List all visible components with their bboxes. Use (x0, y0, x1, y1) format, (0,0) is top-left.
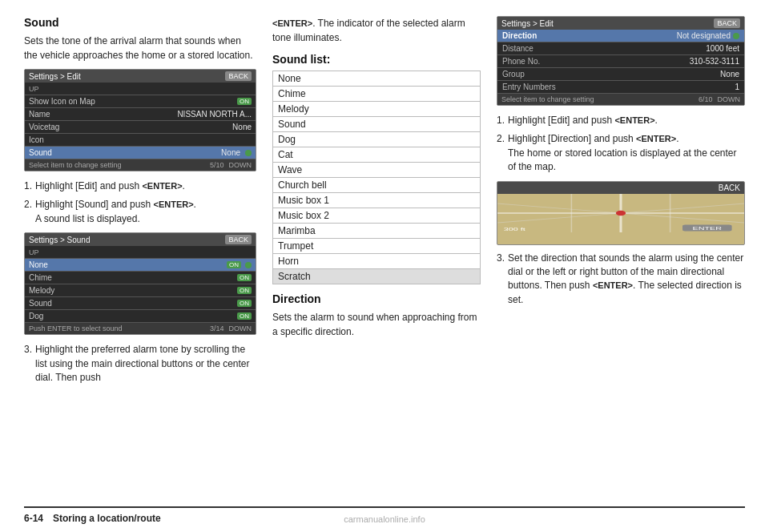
step1-num: 1. (24, 179, 32, 193)
sound-list-item: Chime (273, 87, 481, 102)
sound-list-item: Music box 1 (273, 193, 481, 208)
edit-row0-val: Not designated (677, 31, 731, 40)
edit-screen-down: DOWN (718, 95, 741, 103)
s2-row2-badge: ON (237, 287, 252, 294)
screen1-row-0: Show Icon on Map ON (25, 95, 256, 108)
right-step1-num: 1. (497, 114, 505, 127)
main-content: Sound Sets the tone of the arrival alarm… (24, 16, 745, 503)
step2-num: 2. (24, 198, 32, 226)
enter-continuation: <ENTER>. The indicator of the selected a… (272, 16, 481, 45)
edit-row-0: Direction Not designated (497, 30, 744, 42)
sound-body: Sets the tone of the arrival alarm that … (24, 34, 256, 62)
s2-row4-label: Dog (29, 312, 43, 320)
s2-row0-dot (245, 262, 252, 268)
screen2-up-label: UP (29, 248, 39, 256)
sound-list-title: Sound list: (272, 53, 481, 66)
screen1-row-4: Sound None (25, 147, 256, 159)
edit-row4-val: 1 (735, 83, 739, 91)
row0-badge: ON (237, 98, 252, 105)
sound-list-item: Horn (273, 254, 481, 269)
sound-list-item: Marimba (273, 224, 481, 239)
edit-row1-val: 1000 feet (706, 44, 739, 53)
row4-label: Sound (29, 148, 52, 157)
right-step-3: 3. Set the direction that sounds the ala… (497, 252, 745, 308)
edit-screen-right: Settings > Edit BACK Direction Not desig… (497, 16, 745, 106)
sound-list-item: Wave (273, 163, 481, 178)
screen1-page: 5/10 (210, 161, 224, 169)
screen2-down: DOWN (229, 324, 252, 332)
edit-screen-footer: Select item to change setting 6/10 DOWN (497, 94, 744, 105)
map-back-btn[interactable]: BACK (719, 183, 740, 192)
screen1-row-2: Voicetag None (25, 121, 256, 134)
row1-val: NISSAN NORTH A... (177, 110, 252, 119)
edit-row0-dot (733, 33, 739, 39)
screen2-up-row: UP (25, 246, 256, 259)
right-step-1: 1. Highlight [Edit] and push <ENTER>. (497, 114, 745, 127)
row4-val: None (221, 148, 240, 157)
steps-1-2: 1. Highlight [Edit] and push <ENTER>. 2.… (24, 179, 256, 226)
right-step3-num: 3. (497, 252, 505, 308)
screen2-footer: Push ENTER to select sound 3/14 DOWN (25, 323, 256, 334)
map-screen: BACK (497, 181, 745, 245)
edit-screen-hint: Select item to change setting (501, 95, 594, 103)
s2-row3-badge: ON (237, 300, 252, 307)
s2-row0-label: None (29, 260, 48, 269)
step2-text: Highlight [Sound] and push <ENTER>.A sou… (35, 198, 196, 226)
sound-list-item: Scratch (273, 269, 481, 284)
edit-row2-val: 310-532-3111 (690, 57, 739, 66)
edit-row0-label: Direction (502, 31, 537, 40)
sound-list-item: Melody (273, 102, 481, 117)
sound-list-item: Sound (273, 117, 481, 132)
edit-screen-back[interactable]: BACK (714, 18, 740, 28)
svg-text:ENTER: ENTER (693, 225, 722, 231)
row2-label: Voicetag (29, 123, 59, 131)
s2-row1-badge: ON (237, 274, 252, 281)
edit-screen-header: Settings > Edit BACK (497, 17, 744, 30)
screen2-row-4: Dog ON (25, 310, 256, 323)
sound-list-item: Church bell (273, 178, 481, 193)
sound-list-item: Trumpet (273, 239, 481, 254)
row3-label: Icon (29, 135, 44, 144)
step-3-left: 3. Highlight the preferred alarm tone by… (24, 343, 256, 385)
screen1-up-row: UP (25, 83, 256, 95)
right-step2-text: Highlight [Direction] and push <ENTER>.T… (508, 132, 745, 174)
screen2-header-label: Settings > Sound (29, 236, 90, 244)
s2-row1-label: Chime (29, 273, 52, 282)
sound-list-item: None (273, 71, 481, 87)
s2-row4-badge: ON (237, 312, 252, 320)
s2-row3-label: Sound (29, 299, 52, 308)
direction-body: Sets the alarm to sound when approaching… (272, 310, 481, 339)
middle-column: <ENTER>. The indicator of the selected a… (272, 16, 481, 503)
step1-text: Highlight [Edit] and push <ENTER>. (35, 179, 185, 193)
screen2-header: Settings > Sound BACK (25, 233, 256, 246)
edit-row-4: Entry Numbers 1 (497, 81, 744, 94)
step3-num: 3. (24, 343, 32, 385)
sound-list-item: Music box 2 (273, 208, 481, 224)
screen1-footer: Select item to change setting 5/10 DOWN (25, 159, 256, 171)
screen1-back-btn[interactable]: BACK (225, 71, 252, 81)
map-header: BACK (497, 182, 744, 194)
edit-row3-label: Group (502, 70, 525, 79)
sound-title: Sound (24, 16, 256, 29)
s2-row0-badge: ON (227, 261, 241, 268)
screen1-footer-hint: Select item to change setting (29, 161, 122, 169)
screen2-back-btn[interactable]: BACK (225, 235, 252, 244)
screen1-row-3: Icon (25, 134, 256, 147)
edit-row-3: Group None (497, 68, 744, 81)
s2-row2-label: Melody (29, 286, 54, 295)
edit-row4-label: Entry Numbers (502, 83, 556, 91)
screen2-row-1: Chime ON (25, 272, 256, 284)
svg-point-7 (616, 210, 626, 215)
svg-text:300 ft: 300 ft (504, 226, 526, 232)
settings-sound-screen2: Settings > Sound BACK UP None ON Chime O… (24, 232, 256, 335)
left-column: Sound Sets the tone of the arrival alarm… (24, 16, 256, 503)
row2-val: None (232, 123, 252, 131)
sound-list-table: NoneChimeMelodySoundDogCatWaveChurch bel… (272, 71, 481, 284)
settings-edit-screen1: Settings > Edit BACK UP Show Icon on Map… (24, 69, 256, 171)
screen1-up-label: UP (29, 85, 39, 93)
edit-row1-label: Distance (502, 44, 533, 53)
step-2: 2. Highlight [Sound] and push <ENTER>.A … (24, 198, 256, 226)
step3-text: Highlight the preferred alarm tone by sc… (35, 343, 256, 385)
edit-row-1: Distance 1000 feet (497, 42, 744, 55)
footer-page-num: 6-14 (24, 513, 43, 524)
